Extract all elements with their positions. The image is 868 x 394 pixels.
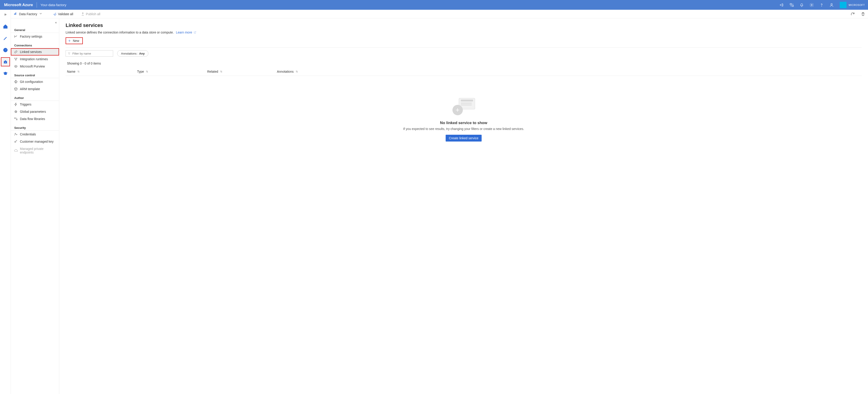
nav-factory-settings[interactable]: Factory settings [11, 33, 59, 40]
person-key-icon [14, 133, 18, 136]
nav-managed-private-endpoints: Managed private endpoints [11, 145, 59, 156]
svg-point-13 [16, 66, 16, 67]
divider [66, 47, 862, 48]
column-header-annotations[interactable]: Annotations [277, 70, 322, 73]
learn-more-link[interactable]: Learn more [176, 31, 196, 34]
nav-customer-managed-key[interactable]: Customer managed key [11, 138, 59, 145]
svg-point-19 [15, 133, 16, 134]
empty-illustration: + [450, 96, 477, 117]
section-security: Security [11, 122, 59, 131]
result-count: Showing 0 - 0 of 0 items [67, 62, 862, 65]
new-button[interactable]: New [66, 37, 83, 44]
publish-all-label: Publish all [86, 12, 100, 16]
data-factory-label: Data Factory [19, 12, 37, 16]
filter-input-field[interactable] [72, 52, 111, 55]
plus-icon [68, 39, 71, 43]
section-source-control: Source control [11, 70, 59, 78]
feedback-icon[interactable] [827, 0, 837, 10]
bolt-icon [14, 103, 18, 106]
collapse-nav-icon[interactable]: « [55, 21, 57, 24]
rail-author-icon[interactable] [1, 34, 10, 43]
account-avatar [840, 2, 846, 8]
rail-monitor-icon[interactable] [1, 46, 10, 54]
column-header-type[interactable]: Type [137, 70, 207, 73]
eye-icon [14, 64, 18, 68]
rail-expand-icon[interactable]: » [4, 11, 6, 19]
nav-microsoft-purview[interactable]: Microsoft Purview [11, 63, 59, 70]
svg-rect-18 [16, 119, 17, 120]
validate-all-label: Validate all [58, 12, 73, 16]
nav-integration-runtimes[interactable]: Integration runtimes [11, 55, 59, 63]
chart-icon [14, 35, 18, 38]
page-description: Linked service defines the connection in… [66, 31, 862, 34]
section-connections: Connections [11, 40, 59, 48]
flow-icon [14, 117, 18, 121]
help-icon[interactable] [817, 0, 827, 10]
command-bar: Data Factory Validate all Publish all [11, 10, 868, 18]
git-icon [14, 80, 18, 84]
svg-rect-1 [792, 5, 793, 6]
create-linked-service-button[interactable]: Create linked service [446, 135, 482, 142]
filter-by-name-input[interactable] [66, 50, 113, 57]
svg-point-12 [16, 60, 16, 60]
nav-linked-services[interactable]: Linked services [11, 48, 59, 55]
column-header-name[interactable]: Name [67, 70, 137, 73]
svg-point-10 [15, 58, 16, 59]
nav-dataflow-libraries[interactable]: Data flow libraries [11, 115, 59, 122]
manage-nav-pane: « General Factory settings Connections L… [11, 18, 59, 394]
chevron-down-icon [39, 12, 42, 16]
svg-rect-8 [15, 13, 16, 15]
nav-arm-template[interactable]: ARM template [11, 85, 59, 93]
table-header: Name Type Related Annotations [66, 67, 862, 76]
svg-point-2 [811, 4, 812, 5]
svg-rect-7 [14, 13, 15, 15]
page-title: Linked services [66, 22, 862, 28]
svg-point-20 [16, 134, 17, 135]
nav-credentials[interactable]: Credentials [11, 131, 59, 138]
icon-rail: » [0, 10, 11, 394]
empty-state: + No linked service to show If you expec… [391, 96, 536, 142]
link-icon [14, 50, 18, 54]
nav-triggers[interactable]: Triggers [11, 101, 59, 108]
key-icon [14, 140, 18, 143]
announcements-icon[interactable] [777, 0, 787, 10]
svg-point-4 [831, 3, 832, 5]
rail-learning-icon[interactable] [1, 69, 10, 78]
data-factory-picker[interactable]: Data Factory [13, 12, 42, 16]
notifications-icon[interactable] [797, 0, 807, 10]
account-block[interactable]: MICROSOFT [837, 2, 868, 8]
external-link-icon [194, 31, 196, 34]
svg-rect-6 [5, 62, 6, 62]
sort-icon [296, 70, 298, 73]
discard-icon[interactable] [861, 12, 865, 16]
nav-global-parameters[interactable]: Global parameters [11, 108, 59, 115]
svg-point-21 [15, 141, 16, 142]
section-general: General [11, 18, 59, 33]
validate-all-button[interactable]: Validate all [53, 12, 73, 16]
main-region: Data Factory Validate all Publish all [11, 10, 868, 394]
funnel-icon [68, 52, 70, 55]
page-content: Linked services Linked service defines t… [59, 18, 868, 394]
rail-manage-icon[interactable] [1, 58, 10, 66]
empty-subtext: If you expected to see results, try chan… [391, 127, 536, 131]
network-icon [14, 57, 18, 61]
svg-rect-17 [14, 118, 16, 118]
rail-home-icon[interactable] [1, 22, 10, 31]
brand-label: Microsoft Azure [4, 3, 33, 7]
column-header-related[interactable]: Related [207, 70, 277, 73]
refresh-icon[interactable] [850, 12, 855, 16]
publish-all-button: Publish all [81, 12, 100, 16]
svg-point-16 [16, 111, 16, 112]
section-author: Author [11, 93, 59, 101]
factory-name[interactable]: Your-data-factory [40, 3, 66, 7]
sort-icon [146, 70, 148, 73]
app-header: Microsoft Azure Your-data-factory MICROS… [0, 0, 868, 10]
annotations-filter[interactable]: Annotations : Any [117, 50, 148, 57]
settings-icon[interactable] [807, 0, 817, 10]
at-icon [14, 110, 18, 113]
nav-git-configuration[interactable]: Git configuration [11, 78, 59, 85]
cloud-lock-icon [14, 149, 18, 152]
sort-icon [220, 70, 223, 73]
switch-factory-icon[interactable] [787, 0, 797, 10]
account-org-label: MICROSOFT [849, 4, 865, 6]
